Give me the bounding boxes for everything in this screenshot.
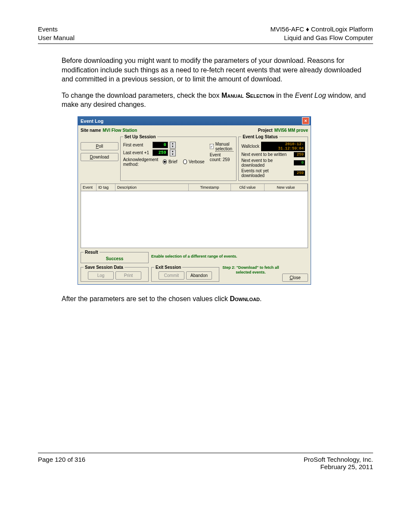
close-icon[interactable]: × [302, 117, 309, 124]
col-idtag[interactable]: ID tag [97, 184, 115, 191]
spinner-icon[interactable]: ▲▼ [170, 142, 176, 149]
col-event[interactable]: Event [81, 184, 97, 191]
event-log-window: Event Log × Site name MVI Flow Station P… [78, 116, 311, 285]
window-title: Event Log [81, 118, 103, 124]
brief-radio[interactable] [163, 159, 167, 164]
not-downloaded-value: 259 [294, 171, 305, 176]
event-log-status-group: Event Log Status Wallclock2010-12-31.12:… [238, 134, 308, 181]
page-header: Events User Manual MVI56-AFC ♦ ControlLo… [38, 25, 373, 44]
commit-button[interactable]: Commit [159, 271, 184, 280]
manual-selection-checkbox[interactable]: ✓ [210, 144, 214, 149]
next-write-value: 259 [294, 152, 305, 157]
col-timestamp[interactable]: Timestamp [189, 184, 231, 191]
project-name: Project MVI56 MM prove [258, 128, 308, 133]
setup-session-group: Set Up Session First event 0 ▲▼ Last eve… [120, 134, 237, 181]
header-doc: User Manual [38, 34, 75, 42]
save-session-group: Save Session Data Log Print [81, 265, 149, 282]
close-button[interactable]: Close [282, 274, 308, 282]
poll-button[interactable]: Poll [81, 142, 118, 150]
para-instruction: To change the download parameters, check… [62, 91, 373, 109]
step-hint: Step 2: "Download" to fetch all selected… [222, 265, 279, 274]
page-number: Page 120 of 316 [38, 456, 85, 470]
col-description[interactable]: Description [115, 184, 189, 191]
wallclock-value: 2010-12-31.12:59:04 [261, 142, 305, 151]
header-product: MVI56-AFC ♦ ControlLogix Platform [270, 25, 373, 34]
events-table: Event ID tag Description Timestamp Old v… [81, 184, 308, 248]
page-footer: Page 120 of 316 ProSoft Technology, Inc.… [38, 453, 373, 470]
result-hint: Enable selection of a different range of… [151, 254, 237, 258]
abandon-button[interactable]: Abandon [186, 271, 212, 280]
result-message: Success [106, 256, 124, 261]
log-button[interactable]: Log [88, 271, 114, 280]
header-subtitle: Liquid and Gas Flow Computer [270, 34, 373, 42]
company: ProSoft Technology, Inc. [304, 456, 373, 463]
first-event-input[interactable]: 0 [153, 142, 168, 148]
col-oldvalue[interactable]: Old value [231, 184, 265, 191]
site-name: Site name MVI Flow Station [81, 128, 137, 133]
result-group: Result Success [81, 250, 149, 263]
date: February 25, 2011 [304, 463, 373, 470]
col-newvalue[interactable]: New value [265, 184, 308, 191]
download-button[interactable]: Download [81, 153, 118, 161]
para-after: After the parameters are set to the chos… [62, 294, 373, 304]
verbose-radio[interactable] [183, 159, 187, 164]
print-button[interactable]: Print [115, 271, 141, 280]
last-event-input[interactable]: 259 [153, 149, 168, 156]
exit-session-group: Exit Session Commit Abandon [151, 265, 219, 282]
next-download-value: 0 [294, 160, 305, 165]
titlebar: Event Log × [78, 117, 311, 125]
para-intro: Before downloading you might want to mod… [62, 56, 373, 84]
spinner-icon[interactable]: ▲▼ [170, 149, 176, 156]
header-section: Events [38, 25, 75, 34]
